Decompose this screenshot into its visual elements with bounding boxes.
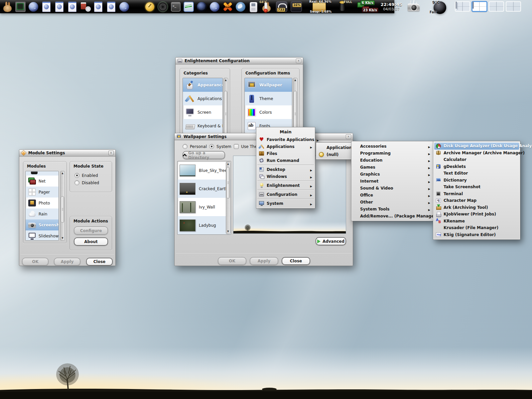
launcher-icon[interactable] <box>67 1 78 12</box>
close-button[interactable]: Close <box>282 257 310 265</box>
pager-desktop-cell[interactable] <box>472 1 487 12</box>
menu-item[interactable]: Terminal <box>434 191 519 198</box>
module-list-item[interactable]: Rain <box>26 208 59 219</box>
configuration-list-item[interactable]: Theme <box>245 92 292 105</box>
scrollbar-thumb[interactable] <box>226 167 230 199</box>
wallpaper-list-scrollbar[interactable] <box>226 162 230 234</box>
use-theme-checkbox[interactable] <box>234 144 239 149</box>
disabled-radio-row[interactable]: Disabled <box>74 180 99 185</box>
memory-gadget[interactable]: Real: 64.36% Swap: 1.68% <box>305 0 334 13</box>
clock-gadget[interactable]: 22:49:45 04/03/07 <box>378 0 404 13</box>
partially-scrolled-list-item[interactable] <box>26 171 59 176</box>
system-radio-row[interactable]: System <box>209 144 231 149</box>
menu-item[interactable]: Favorite Applications <box>257 136 314 143</box>
launcher-icon[interactable]: chat <box>222 1 233 12</box>
launcher-icon[interactable] <box>209 1 220 12</box>
wallpaper-file-item[interactable]: Blue_Sky_Tree <box>178 161 231 180</box>
menu-item[interactable]: Files <box>257 150 314 157</box>
menu-item[interactable]: KSig (Signature Editor) <box>434 231 519 238</box>
menu-item[interactable]: Applications <box>317 144 352 151</box>
scrollbar-thumb[interactable] <box>224 91 227 137</box>
menu-item[interactable]: Programming <box>352 150 432 157</box>
menu-item[interactable]: Calculator <box>434 156 519 163</box>
launcher-icon[interactable] <box>2 1 13 12</box>
category-list-item[interactable]: Applications <box>183 92 222 105</box>
modules-scrollbar[interactable] <box>60 171 65 241</box>
category-list-item[interactable]: Appearance <box>183 78 222 92</box>
configuration-list-item[interactable]: Colors <box>245 105 292 119</box>
launcher-icon[interactable] <box>54 1 65 12</box>
wallpaper-file-item[interactable]: Ladybug <box>178 216 231 234</box>
menu-item[interactable]: Office <box>352 192 432 199</box>
launcher-icon[interactable] <box>15 1 26 12</box>
ok-button[interactable]: OK <box>218 257 246 265</box>
menu-item[interactable]: Character Map <box>434 197 519 204</box>
menu-item[interactable]: Run Command <box>257 157 314 165</box>
category-list-item[interactable]: Keyboard & Mouse <box>183 119 222 133</box>
titlebar[interactable]: Enlightenment Configuration × <box>176 58 303 65</box>
launcher-icon[interactable] <box>144 1 155 12</box>
launcher-icon[interactable] <box>41 1 52 12</box>
titlebar[interactable]: Module Settings × <box>19 150 115 157</box>
module-list-item[interactable]: Net <box>26 176 59 187</box>
pager-desktop-cell[interactable] <box>506 1 521 12</box>
apply-button[interactable]: Apply <box>54 258 80 266</box>
menu-item[interactable]: System Tools <box>352 205 432 212</box>
menu-item[interactable]: KJobViewer (Print Jobs) <box>434 211 519 218</box>
menu-item[interactable]: Internet <box>352 178 432 185</box>
launcher-icon[interactable] <box>248 1 259 12</box>
battery-gadget[interactable]: FULL <box>336 0 354 13</box>
module-list-item[interactable]: Slideshow <box>26 230 59 241</box>
menu-item[interactable]: Text Editor <box>434 170 519 177</box>
launcher-icon[interactable] <box>196 1 207 12</box>
weather-gadget[interactable]: 9°C Fair <box>420 0 450 15</box>
menu-item[interactable]: System <box>257 200 314 207</box>
network-gadget[interactable]: 6 Kb/s 23 Kb/s <box>356 0 376 13</box>
enabled-radio[interactable] <box>74 173 79 178</box>
personal-radio-row[interactable]: Personal <box>183 144 207 149</box>
module-list-item[interactable]: Pager <box>26 187 59 198</box>
menu-item[interactable]: Desktop <box>257 166 314 173</box>
launcher-icon[interactable] <box>80 1 91 12</box>
menu-item[interactable]: Configuration <box>257 191 314 199</box>
temperature-gadget[interactable]: 64°C <box>260 0 273 13</box>
menu-item[interactable]: Dictionary <box>434 177 519 184</box>
scroll-down-icon[interactable] <box>226 229 230 234</box>
close-button[interactable]: × <box>346 134 351 139</box>
menu-item[interactable]: Take Screenshot <box>434 184 519 191</box>
go-up-directory-button[interactable]: Go up a Directory <box>183 151 225 159</box>
menu-item[interactable]: KRename <box>434 218 519 225</box>
fan-speed-gadget[interactable]: 733 <box>276 0 288 13</box>
category-list-item[interactable]: Screen <box>183 105 222 119</box>
wallpaper-file-item[interactable]: Ivy_Wall <box>178 198 231 216</box>
menu-item[interactable]: Graphics <box>352 171 432 178</box>
scroll-up-icon[interactable] <box>226 162 230 166</box>
ok-button[interactable]: OK <box>22 258 49 266</box>
scroll-up-icon[interactable] <box>224 78 228 82</box>
menu-item[interactable]: Education <box>352 157 432 164</box>
personal-radio[interactable] <box>183 144 188 149</box>
menu-item[interactable]: Enlightenment <box>257 182 314 190</box>
menu-item[interactable]: Sound & Video <box>352 185 432 192</box>
menu-item[interactable]: Krusader (File Manager) <box>434 224 519 231</box>
configure-button[interactable]: Configure <box>74 226 108 235</box>
menu-item[interactable]: (null) <box>317 151 352 158</box>
menu-item[interactable]: Games <box>352 164 432 171</box>
system-radio[interactable] <box>209 144 214 149</box>
menu-item[interactable]: Windows <box>257 173 314 181</box>
close-button[interactable]: × <box>296 59 301 63</box>
disabled-radio[interactable] <box>74 180 79 185</box>
launcher-icon[interactable] <box>28 1 39 12</box>
module-list-item[interactable]: Screenshot <box>26 219 59 230</box>
launcher-icon[interactable] <box>106 1 117 12</box>
menu-item[interactable]: Archive Manager (Archive Manager) <box>434 150 519 157</box>
apply-button[interactable]: Apply <box>250 257 278 265</box>
menu-item[interactable]: gDesklets <box>434 163 519 170</box>
close-button[interactable]: Close <box>86 258 113 266</box>
module-list-item[interactable]: Photo <box>26 198 59 208</box>
cpu-gadget[interactable]: 16% <box>291 0 303 13</box>
enabled-radio-row[interactable]: Enabled <box>74 173 98 178</box>
scroll-up-icon[interactable] <box>61 171 65 176</box>
menu-item[interactable]: Ark (Archiving Tool) <box>434 204 519 211</box>
advanced-button[interactable]: Advanced <box>316 237 346 245</box>
